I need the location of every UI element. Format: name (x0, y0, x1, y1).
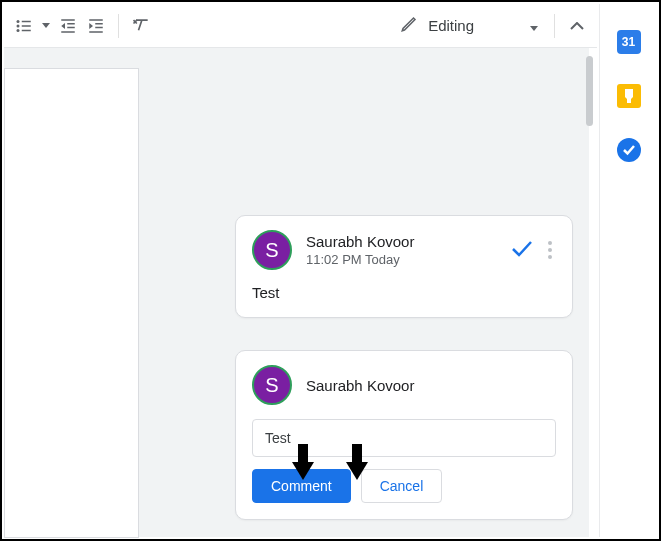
editing-mode-caret-icon (530, 17, 538, 34)
comment-author: Saurabh Kovoor (306, 233, 496, 250)
reply-input-value: Test (265, 430, 291, 446)
comment-more-button[interactable] (544, 237, 556, 263)
calendar-icon[interactable]: 31 (617, 30, 641, 54)
avatar: S (252, 230, 292, 270)
comment-body: Test (252, 284, 556, 301)
svg-rect-5 (22, 29, 31, 31)
annotation-arrow (292, 444, 314, 480)
pencil-icon (400, 15, 418, 36)
svg-point-2 (17, 24, 20, 27)
scrollbar-thumb[interactable] (586, 56, 593, 126)
svg-point-0 (17, 20, 20, 23)
svg-rect-1 (22, 20, 31, 22)
toolbar: Editing (4, 4, 597, 48)
bulleted-list-button[interactable] (10, 10, 38, 42)
toolbar-separator (118, 14, 119, 38)
avatar: S (252, 365, 292, 405)
reply-card: S Saurabh Kovoor Test Comment Cancel (235, 350, 573, 520)
reply-header: S Saurabh Kovoor (252, 365, 556, 405)
calendar-day-number: 31 (622, 35, 635, 49)
clear-formatting-button[interactable] (127, 10, 155, 42)
comment-card[interactable]: S Saurabh Kovoor 11:02 PM Today Test (235, 215, 573, 318)
list-tools-group (10, 10, 110, 42)
annotation-arrow (346, 444, 368, 480)
resolve-button[interactable] (510, 238, 534, 262)
keep-icon[interactable] (617, 84, 641, 108)
comment-timestamp: 11:02 PM Today (306, 252, 496, 267)
avatar-initial: S (265, 239, 278, 262)
svg-rect-9 (61, 31, 75, 33)
avatar-initial: S (265, 374, 278, 397)
comment-header: S Saurabh Kovoor 11:02 PM Today (252, 230, 556, 270)
svg-rect-6 (61, 19, 75, 21)
increase-indent-button[interactable] (82, 10, 110, 42)
side-panel: 31 (599, 4, 657, 537)
reply-author: Saurabh Kovoor (306, 377, 414, 394)
svg-rect-10 (89, 19, 103, 21)
decrease-indent-button[interactable] (54, 10, 82, 42)
svg-rect-3 (22, 25, 31, 27)
app-frame: Editing S Saurabh Kovoor 11:02 PM Today (0, 0, 661, 541)
cancel-button[interactable]: Cancel (361, 469, 443, 503)
toolbar-separator (554, 14, 555, 38)
svg-rect-13 (89, 31, 103, 33)
editing-mode-label: Editing (428, 17, 474, 34)
svg-rect-11 (95, 23, 103, 25)
collapse-toolbar-button[interactable] (563, 10, 591, 42)
tasks-icon[interactable] (617, 138, 641, 162)
svg-rect-7 (67, 23, 75, 25)
svg-rect-12 (95, 26, 103, 28)
editing-mode-selector[interactable]: Editing (392, 11, 546, 40)
bulleted-list-dropdown[interactable] (38, 10, 54, 42)
document-page[interactable] (4, 68, 139, 538)
svg-point-4 (17, 29, 20, 32)
svg-rect-8 (67, 26, 75, 28)
